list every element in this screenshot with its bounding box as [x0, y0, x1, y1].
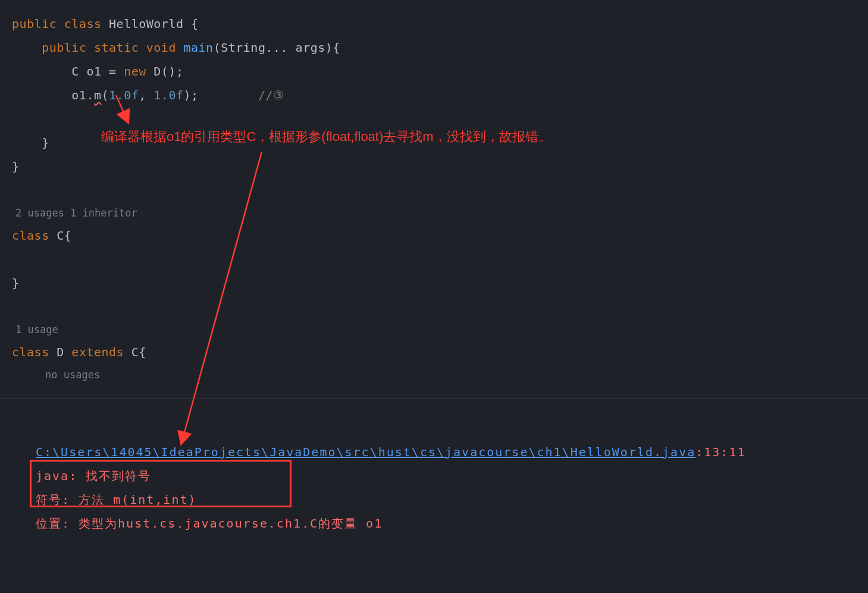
brace: { — [183, 17, 198, 31]
float-literal: 1.0f — [109, 88, 139, 102]
keyword-void: void — [146, 40, 176, 55]
spacing — [199, 88, 258, 102]
extends-c: C{ — [124, 345, 146, 359]
usages-hint[interactable]: 1 usage — [12, 319, 868, 340]
keyword-class: class — [12, 345, 49, 359]
usages-hint[interactable]: no usages — [12, 364, 868, 385]
class-c: C{ — [49, 228, 72, 243]
object-ref: o1. — [71, 88, 94, 102]
code-line-4: o1.m(1.0f, 1.0f); //③ — [12, 83, 868, 107]
comment: //③ — [258, 88, 284, 102]
file-path-link[interactable]: C:\Users\14045\IdeaProjects\JavaDemo\src… — [36, 445, 695, 459]
class-d: D — [49, 345, 72, 359]
params: (String... args){ — [214, 40, 340, 55]
constructor: D(); — [146, 64, 184, 79]
code-line-blank — [12, 107, 868, 131]
comma: , — [139, 88, 153, 102]
code-line-7: class C{ — [12, 224, 868, 247]
method-call-error: m — [94, 88, 102, 102]
line-col: :13:11 — [695, 445, 745, 459]
keyword-extends: extends — [71, 345, 124, 359]
keyword-class: class — [12, 228, 49, 243]
code-line-8: } — [12, 271, 868, 295]
code-line-blank — [12, 178, 868, 202]
keyword-static: static — [94, 40, 139, 55]
var-decl: C o1 = — [71, 64, 124, 79]
code-line-blank — [12, 247, 868, 271]
usages-hint[interactable]: 2 usages 1 inheritor — [12, 202, 868, 224]
code-line-blank — [12, 295, 868, 319]
code-line-1: public class HelloWorld { — [12, 12, 868, 36]
close-brace: } — [12, 159, 20, 174]
highlight-box — [30, 460, 292, 507]
paren: ( — [102, 88, 109, 102]
class-name: HelloWorld — [109, 17, 183, 31]
annotation-text: 编译器根据o1的引用类型C，根据形参(float,float)去寻找m，没找到，… — [101, 128, 551, 146]
code-line-3: C o1 = new D(); — [12, 59, 868, 83]
close-brace: } — [42, 136, 49, 150]
code-line-9: class D extends C{ — [12, 340, 868, 364]
panel-divider[interactable] — [0, 399, 868, 399]
keyword-public: public — [12, 17, 57, 31]
close-paren: ); — [183, 88, 198, 102]
keyword-new: new — [124, 64, 146, 79]
method-main: main — [183, 40, 213, 55]
keyword-public: public — [42, 40, 86, 55]
err-location: 位置: 类型为hust.cs.javacourse.ch1.C的变量 o1 — [36, 516, 383, 531]
error-message-3: 位置: 类型为hust.cs.javacourse.ch1.C的变量 o1 — [36, 512, 856, 535]
close-brace: } — [12, 276, 20, 290]
keyword-class: class — [64, 17, 102, 31]
code-editor[interactable]: public class HelloWorld { public static … — [0, 0, 868, 385]
code-line-2: public static void main(String... args){ — [12, 36, 868, 59]
float-literal: 1.0f — [153, 88, 183, 102]
code-line-6: } — [12, 155, 868, 178]
